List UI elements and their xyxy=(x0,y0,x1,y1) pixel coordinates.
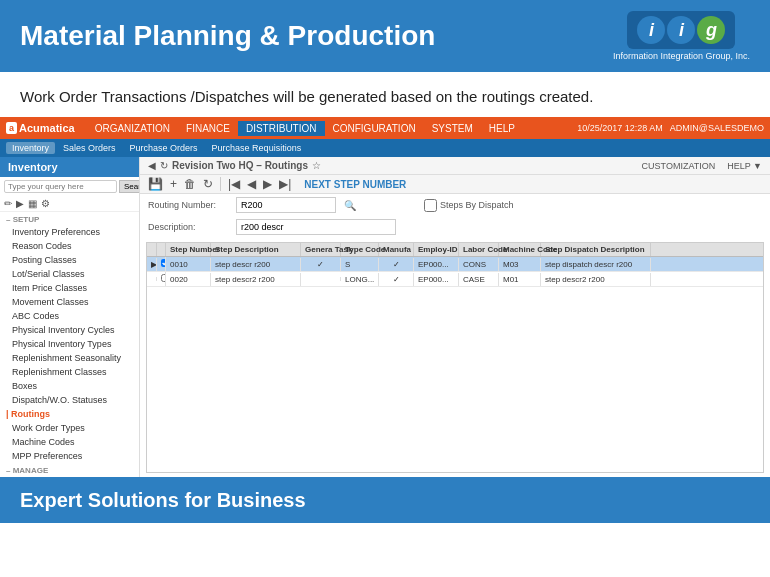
prev-icon[interactable]: ◀ xyxy=(245,177,258,191)
sidebar-item-replenishment-seasonality[interactable]: Replenishment Seasonality xyxy=(0,351,139,365)
acumatica-a-icon: a xyxy=(6,122,17,134)
sidebar-item-inventory-preferences[interactable]: Inventory Preferences xyxy=(0,225,139,239)
toolbar-pencil-icon[interactable]: ✏ xyxy=(4,198,12,209)
row-step-desc: step descr r200 xyxy=(211,258,301,271)
logo-tagline: Information Integration Group, Inc. xyxy=(613,51,750,61)
sidebar-item-physical-inventory-cycles[interactable]: Physical Inventory Cycles xyxy=(0,323,139,337)
logo-letter-i1: i xyxy=(637,16,665,44)
routing-number-label: Routing Number: xyxy=(148,200,228,210)
nav-system[interactable]: SYSTEM xyxy=(424,121,481,136)
search-button[interactable]: Search xyxy=(119,180,140,193)
breadcrumb-arrow-left[interactable]: ◀ xyxy=(148,160,156,171)
grid-header-genera[interactable]: Genera Task xyxy=(301,243,341,256)
toolbar-gear-icon[interactable]: ⚙ xyxy=(41,198,50,209)
footer-title: Expert Solutions for Business xyxy=(20,489,306,512)
header: Material Planning & Production i i g Inf… xyxy=(0,0,770,72)
row-checkbox[interactable] xyxy=(157,272,166,286)
sidebar-item-reason-codes[interactable]: Reason Codes xyxy=(0,239,139,253)
logo-letter-g: g xyxy=(697,16,725,44)
row-manufa: ✓ xyxy=(379,258,414,271)
row-checkbox[interactable] xyxy=(157,257,166,271)
sidebar-item-boxes[interactable]: Boxes xyxy=(0,379,139,393)
grid-header-manufa[interactable]: Manufa xyxy=(379,243,414,256)
next-next-icon[interactable]: ▶| xyxy=(277,177,293,191)
grid-header-checkbox xyxy=(157,243,166,256)
sidebar-item-physical-inventory-types[interactable]: Physical Inventory Types xyxy=(0,337,139,351)
row-type: LONG... xyxy=(341,273,379,286)
row-genera: ✓ xyxy=(301,258,341,271)
sidebar-item-dispatch-statuses[interactable]: Dispatch/W.O. Statuses xyxy=(0,393,139,407)
customization-link[interactable]: CUSTOMIZATION xyxy=(642,161,716,171)
toolbar-chart-icon[interactable]: ▦ xyxy=(28,198,37,209)
sidebar-item-item-price-classes[interactable]: Item Price Classes xyxy=(0,281,139,295)
grid-header-dispatch[interactable]: Step Dispatch Description xyxy=(541,243,651,256)
sidebar-title: Inventory xyxy=(0,157,139,177)
row-employ: EP000... xyxy=(414,273,459,286)
toolbar-play-icon[interactable]: ▶ xyxy=(16,198,24,209)
form-routing-row: Routing Number: 🔍 Steps By Dispatch xyxy=(140,194,770,216)
sidebar-item-replenishment-classes[interactable]: Replenishment Classes xyxy=(0,365,139,379)
star-icon[interactable]: ☆ xyxy=(312,160,321,171)
next-icon[interactable]: ▶ xyxy=(261,177,274,191)
intro-text: Work Order Transactions /Dispatches will… xyxy=(0,72,770,117)
row-genera xyxy=(301,277,341,281)
routing-number-search-icon[interactable]: 🔍 xyxy=(344,200,356,211)
sub-nav-purchase-orders[interactable]: Purchase Orders xyxy=(124,142,204,154)
sidebar-item-abc-codes[interactable]: ABC Codes xyxy=(0,309,139,323)
sidebar-item-movement-classes[interactable]: Movement Classes xyxy=(0,295,139,309)
delete-icon[interactable]: 🗑 xyxy=(182,177,198,191)
sidebar-item-posting-classes[interactable]: Posting Classes xyxy=(0,253,139,267)
row-step: 0020 xyxy=(166,273,211,286)
nav-help[interactable]: HELP xyxy=(481,121,523,136)
row-machine: M03 xyxy=(499,258,541,271)
logo-wrapper: i i g Information Integration Group, Inc… xyxy=(613,11,750,61)
routing-number-input[interactable] xyxy=(236,197,336,213)
table-row[interactable]: 0020 step descr2 r200 LONG... ✓ EP000...… xyxy=(147,272,763,287)
help-link[interactable]: HELP ▼ xyxy=(727,161,762,171)
refresh-icon[interactable]: ↻ xyxy=(160,160,168,171)
logo-letter-i2: i xyxy=(667,16,695,44)
footer: Expert Solutions for Business xyxy=(0,477,770,523)
row-employ: EP000... xyxy=(414,258,459,271)
sidebar-section-manage: – MANAGE xyxy=(0,463,139,476)
sidebar: Inventory Search ✏ ▶ ▦ ⚙ – SETUP Invento… xyxy=(0,157,140,477)
sub-nav-purchase-requisitions[interactable]: Purchase Requisitions xyxy=(206,142,308,154)
grid-header-employ[interactable]: Employ-ID xyxy=(414,243,459,256)
nav-organization[interactable]: ORGANIZATION xyxy=(87,121,178,136)
sidebar-item-routings[interactable]: | Routings xyxy=(0,407,139,421)
nav-distribution[interactable]: DISTRIBUTION xyxy=(238,121,325,136)
sidebar-item-lot-serial-classes[interactable]: Lot/Serial Classes xyxy=(0,267,139,281)
sidebar-item-mpp-preferences[interactable]: MPP Preferences xyxy=(0,449,139,463)
grid-header-labor[interactable]: Labor Code xyxy=(459,243,499,256)
row-step-desc: step descr2 r200 xyxy=(211,273,301,286)
grid-header-step[interactable]: Step Number xyxy=(166,243,211,256)
row-step: 0010 xyxy=(166,258,211,271)
row-labor: CASE xyxy=(459,273,499,286)
sidebar-item-work-order-types[interactable]: Work Order Types xyxy=(0,421,139,435)
nav-configuration[interactable]: CONFIGURATION xyxy=(325,121,424,136)
sidebar-item-machine-codes[interactable]: Machine Codes xyxy=(0,435,139,449)
nav-finance[interactable]: FINANCE xyxy=(178,121,238,136)
row-dispatch: step descr2 r200 xyxy=(541,273,651,286)
sub-nav-inventory[interactable]: Inventory xyxy=(6,142,55,154)
content-panel: ◀ ↻ Revision Two HQ – Routings ☆ CUSTOMI… xyxy=(140,157,770,477)
sidebar-item-warehouses[interactable]: Warehouses xyxy=(0,476,139,477)
search-input[interactable] xyxy=(4,180,117,193)
nav-right-info: 10/25/2017 12:28 AM ADMIN@SALESDEMO xyxy=(577,123,764,133)
save-icon[interactable]: 💾 xyxy=(146,177,165,191)
description-input[interactable] xyxy=(236,219,396,235)
acumatica-logo: a Acumatica xyxy=(6,122,75,134)
grid-container: Step Number Step Description Genera Task… xyxy=(146,242,764,473)
grid-header-machine[interactable]: Machine Code xyxy=(499,243,541,256)
row-indicator xyxy=(147,277,157,281)
prev-prev-icon[interactable]: |◀ xyxy=(226,177,242,191)
steps-by-dispatch-checkbox[interactable] xyxy=(424,199,437,212)
grid-header-type[interactable]: Type Code xyxy=(341,243,379,256)
sub-nav-sales-orders[interactable]: Sales Orders xyxy=(57,142,122,154)
refresh-icon2[interactable]: ↻ xyxy=(201,177,215,191)
table-row[interactable]: ▶ 0010 step descr r200 ✓ S ✓ EP000... CO… xyxy=(147,257,763,272)
add-icon[interactable]: + xyxy=(168,177,179,191)
acumatica-navbar: a Acumatica ORGANIZATION FINANCE DISTRIB… xyxy=(0,117,770,139)
sidebar-toolbar: ✏ ▶ ▦ ⚙ xyxy=(0,196,139,212)
grid-header-step-desc[interactable]: Step Description xyxy=(211,243,301,256)
